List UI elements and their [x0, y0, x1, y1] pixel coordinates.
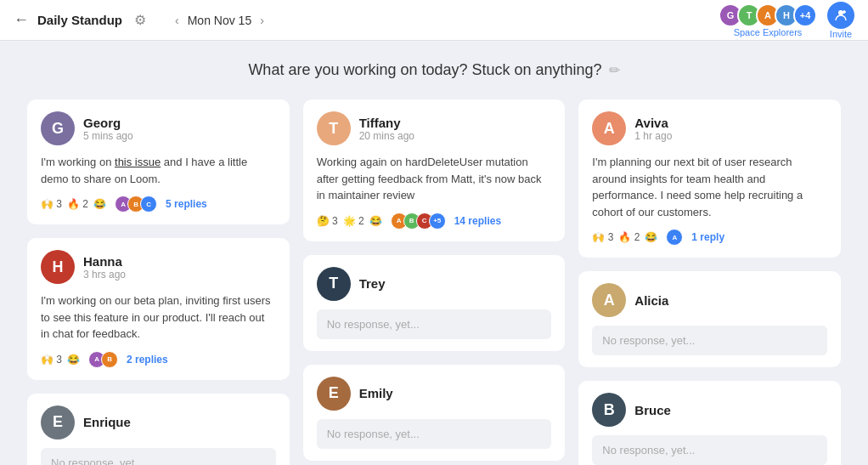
column-3: A Aviva 1 hr ago I'm planning our next b…	[578, 99, 841, 465]
next-date-button[interactable]: ›	[256, 12, 268, 29]
reaction-aviva-2[interactable]: 🔥 2	[618, 231, 640, 243]
card-emily: E Emily No response, yet...	[303, 365, 566, 461]
reaction-hanna-1[interactable]: 🙌 3	[41, 354, 62, 366]
header-left: ← Daily Standup ⚙ ‹ Mon Nov 15 ›	[14, 11, 268, 29]
user-grid: G Georg 5 mins ago I'm working on this i…	[27, 99, 841, 465]
card-trey: T Trey No response, yet...	[303, 255, 566, 351]
avatar-tiffany: T	[317, 111, 351, 145]
reply-count-hanna[interactable]: 2 replies	[127, 354, 168, 366]
user-time-tiffany: 20 mins ago	[359, 130, 414, 142]
card-bruce: B Bruce No response, yet...	[578, 381, 841, 465]
no-response-enrique: No response, yet...	[41, 448, 276, 466]
link-this-issue[interactable]: this issue	[115, 156, 161, 168]
card-alicia: A Alicia No response, yet...	[578, 271, 841, 367]
card-user-bruce: B Bruce	[592, 393, 827, 427]
avatar-plus: +4	[793, 3, 817, 27]
card-user-emily: E Emily	[317, 377, 552, 411]
user-name-alicia: Alicia	[634, 293, 668, 308]
reaction-3[interactable]: 😂	[93, 198, 106, 210]
edit-icon[interactable]: ✏	[609, 62, 620, 78]
user-name-enrique: Enrique	[83, 415, 131, 429]
reply-av-hanna-2: B	[101, 351, 118, 368]
card-body-aviva: I'm planning our next bit of user resear…	[592, 154, 827, 220]
card-user-alicia: A Alicia	[592, 283, 827, 317]
card-tiffany: T Tiffany 20 mins ago Working again on h…	[303, 99, 566, 241]
reaction-aviva-3[interactable]: 😂	[645, 231, 657, 243]
user-name-bruce: Bruce	[634, 403, 671, 417]
user-info-georg: Georg 5 mins ago	[83, 116, 133, 142]
filter-icon[interactable]: ⚙	[134, 12, 146, 28]
no-response-alicia: No response, yet...	[592, 326, 827, 355]
avatar-enrique: E	[41, 405, 75, 439]
card-reactions-tiffany: 🤔 3 🌟 2 😂 A B C +5 14 replies	[317, 213, 552, 230]
reply-avatars-hanna: A B	[88, 351, 118, 368]
card-user-georg: G Georg 5 mins ago	[41, 111, 276, 145]
main-content: What are you working on today? Stuck on …	[0, 41, 868, 465]
card-user-trey: T Trey	[317, 267, 552, 301]
current-date: Mon Nov 15	[188, 14, 251, 27]
reaction-2[interactable]: 🔥 2	[67, 198, 88, 210]
card-user-hanna: H Hanna 3 hrs ago	[41, 250, 276, 284]
avatar-stack: G T A H +4	[719, 3, 817, 27]
reaction-1[interactable]: 🙌 3	[41, 198, 62, 210]
reaction-tiffany-2[interactable]: 🌟 2	[343, 215, 364, 227]
reaction-aviva-1[interactable]: 🙌 3	[592, 231, 613, 243]
card-reactions-aviva: 🙌 3 🔥 2 😂 A 1 reply	[592, 229, 827, 246]
reply-av-aviva-1: A	[666, 229, 683, 246]
avatar-aviva: A	[592, 111, 626, 145]
card-aviva: A Aviva 1 hr ago I'm planning our next b…	[578, 99, 841, 258]
avatar-hanna: H	[41, 250, 75, 284]
user-info-hanna: Hanna 3 hrs ago	[83, 254, 126, 281]
reply-count-tiffany[interactable]: 14 replies	[454, 215, 501, 227]
invite-button[interactable]: Invite	[827, 2, 854, 39]
card-body-tiffany: Working again on hardDeleteUser mutation…	[317, 154, 552, 204]
card-reactions-georg: 🙌 3 🔥 2 😂 A B C 5 replies	[41, 196, 276, 213]
user-info-alicia: Alicia	[634, 293, 668, 308]
card-hanna: H Hanna 3 hrs ago I'm working on our bet…	[27, 238, 290, 380]
reaction-hanna-2[interactable]: 😂	[67, 354, 80, 366]
card-reactions-hanna: 🙌 3 😂 A B 2 replies	[41, 351, 276, 368]
reply-avatars-tiffany: A B C +5	[391, 213, 446, 230]
avatar-bruce: B	[592, 393, 626, 427]
reaction-tiffany-3[interactable]: 😂	[369, 215, 382, 227]
column-2: T Tiffany 20 mins ago Working again on h…	[303, 99, 566, 461]
page-question-area: What are you working on today? Stuck on …	[27, 61, 841, 79]
user-info-aviva: Aviva 1 hr ago	[634, 116, 672, 142]
user-name-emily: Emily	[359, 386, 393, 400]
card-user-tiffany: T Tiffany 20 mins ago	[317, 111, 552, 145]
reply-av-tiffany-plus: +5	[429, 213, 446, 230]
user-time-aviva: 1 hr ago	[634, 130, 672, 142]
prev-date-button[interactable]: ‹	[172, 12, 183, 29]
reaction-tiffany-1[interactable]: 🤔 3	[317, 215, 338, 227]
question-text: What are you working on today? Stuck on …	[248, 61, 601, 79]
reply-count-georg[interactable]: 5 replies	[166, 198, 207, 210]
card-body-georg: I'm working on this issue and I have a l…	[41, 154, 276, 187]
invite-label: Invite	[830, 29, 852, 39]
avatar-georg: G	[41, 111, 75, 145]
user-name-tiffany: Tiffany	[359, 116, 414, 130]
avatar-emily: E	[317, 377, 351, 411]
card-user-enrique: E Enrique	[41, 405, 276, 439]
user-info-enrique: Enrique	[83, 415, 131, 429]
user-info-tiffany: Tiffany 20 mins ago	[359, 116, 414, 142]
card-user-aviva: A Aviva 1 hr ago	[592, 111, 827, 145]
space-explorers-group[interactable]: G T A H +4 Space Explorers	[719, 3, 817, 37]
reply-av-3: C	[140, 196, 157, 213]
no-response-emily: No response, yet...	[317, 419, 552, 449]
user-time-georg: 5 mins ago	[83, 130, 133, 142]
user-name-trey: Trey	[359, 276, 386, 291]
reply-count-aviva[interactable]: 1 reply	[691, 231, 724, 243]
invite-icon	[827, 2, 854, 29]
space-label: Space Explorers	[734, 27, 803, 37]
card-georg: G Georg 5 mins ago I'm working on this i…	[27, 99, 290, 224]
svg-point-0	[838, 10, 843, 15]
avatar-alicia: A	[592, 283, 626, 317]
user-name-georg: Georg	[83, 116, 133, 130]
avatar-trey: T	[317, 267, 351, 301]
back-icon: ←	[14, 11, 29, 29]
back-button[interactable]: ←	[14, 11, 29, 29]
user-info-trey: Trey	[359, 276, 386, 291]
user-name-hanna: Hanna	[83, 254, 126, 269]
card-body-hanna: I'm working on our beta plan, inviting f…	[41, 292, 276, 343]
reply-avatars-aviva: A	[666, 229, 683, 246]
